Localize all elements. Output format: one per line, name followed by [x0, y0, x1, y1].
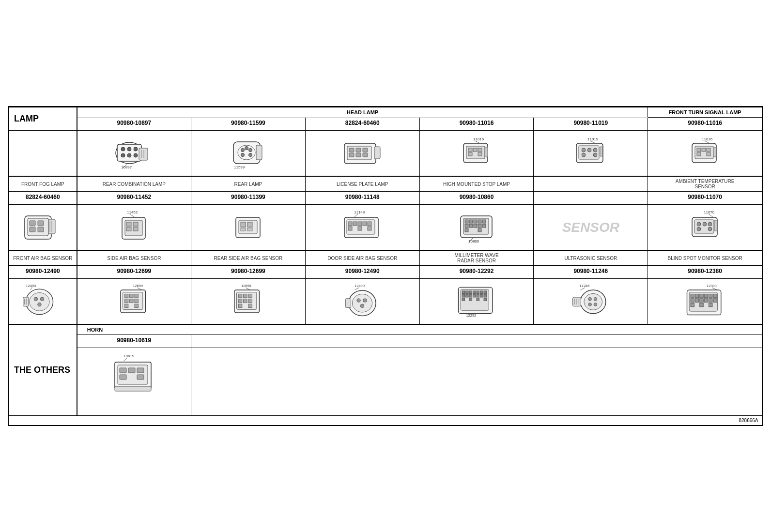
svg-rect-209 — [699, 299, 703, 303]
svg-rect-224 — [137, 375, 144, 380]
part-90980-10897: 90980-10897 — [77, 118, 191, 131]
rear-side-airbag-label: REAR SIDE AIR BAG SENSOR — [191, 250, 306, 266]
svg-rect-107 — [482, 224, 486, 228]
svg-rect-175 — [469, 294, 472, 297]
svg-rect-222 — [137, 368, 144, 373]
svg-rect-65 — [38, 221, 44, 226]
svg-rect-38 — [468, 152, 472, 156]
svg-rect-101 — [478, 220, 481, 223]
connector-svg-12490b: 12490 — [340, 283, 384, 319]
part-90980-11452: 90980-11452 — [77, 192, 191, 205]
empty-others — [191, 335, 762, 348]
svg-text:12292: 12292 — [466, 313, 476, 318]
svg-rect-8 — [139, 148, 148, 160]
part-90980-12699-a: 90980-12699 — [77, 266, 191, 279]
svg-point-45 — [582, 148, 586, 152]
svg-point-117 — [703, 222, 707, 226]
svg-rect-149 — [244, 294, 247, 298]
svg-text:11599: 11599 — [234, 165, 245, 169]
svg-rect-106 — [478, 224, 481, 228]
svg-point-162 — [360, 304, 364, 308]
connector-11599: 11599 — [191, 131, 306, 177]
connector-12490-a: 12490 — [9, 279, 77, 325]
connector-10860: 10860 — [419, 205, 534, 251]
lamp-label: LAMP — [9, 107, 77, 131]
svg-text:12490: 12490 — [26, 284, 36, 288]
svg-rect-212 — [713, 299, 717, 303]
svg-rect-91 — [363, 222, 367, 226]
stop-lamp-label: HIGH MOUNTED STOP LAMP — [419, 176, 534, 192]
svg-rect-99 — [469, 220, 473, 223]
svg-rect-172 — [484, 291, 487, 294]
svg-rect-98 — [465, 220, 468, 223]
svg-point-16 — [245, 147, 248, 150]
rear-lamp-label: REAR LAMP — [191, 176, 306, 192]
part-90980-11016-b: 90980-11016 — [648, 118, 762, 131]
millimeter-wave-label: MILLIMETER WAVERADAR SENSOR — [419, 250, 534, 266]
svg-rect-92 — [368, 222, 371, 226]
front-fog-label: FRONT FOG LAMP — [9, 176, 77, 192]
svg-text:11452: 11452 — [127, 210, 138, 214]
the-others-label: THE OTHERS — [9, 324, 77, 416]
svg-rect-56 — [702, 148, 706, 152]
sensor-watermark: SENSOR — [562, 220, 619, 235]
svg-point-49 — [593, 153, 597, 157]
svg-rect-28 — [356, 153, 361, 157]
svg-rect-36 — [473, 148, 477, 152]
svg-rect-27 — [349, 153, 354, 157]
door-airbag-label: DOOR SIDE AIR BAG SENSOR — [305, 250, 419, 266]
svg-point-159 — [353, 294, 372, 312]
connector-11019: 11019 — [534, 131, 648, 177]
svg-text:12699: 12699 — [133, 284, 143, 288]
side-airbag-label: SIDE AIR BAG SENSOR — [77, 250, 191, 266]
svg-rect-35 — [468, 148, 472, 152]
connector-11016-a: 11016 — [419, 131, 534, 177]
svg-rect-208 — [695, 299, 699, 303]
doc-number: 828666A — [9, 416, 762, 426]
svg-rect-176 — [473, 294, 476, 297]
connector-svg-12490a: 12490 — [21, 283, 64, 319]
svg-rect-57 — [707, 148, 710, 152]
part-90980-10860: 90980-10860 — [419, 192, 534, 205]
svg-point-7 — [134, 153, 138, 157]
svg-rect-58 — [697, 152, 701, 156]
front-airbag-label: FRONT AIR BAG SENSOR — [9, 250, 77, 266]
svg-rect-138 — [135, 294, 139, 298]
svg-point-127 — [41, 297, 45, 301]
svg-rect-168 — [469, 291, 472, 294]
svg-point-5 — [121, 153, 125, 157]
connector-11452: 11452 — [77, 205, 191, 251]
connector-svg-12380: 12380 — [683, 283, 727, 319]
ultrasonic-label: ULTRASONIC SENSOR — [534, 250, 648, 266]
connector-svg-11016a: 11016 — [455, 135, 498, 171]
svg-rect-105 — [474, 224, 477, 228]
license-lamp-label: LICENSE PLATE LAMP — [305, 176, 419, 192]
svg-point-161 — [363, 299, 367, 303]
svg-line-217 — [123, 358, 127, 361]
svg-rect-59 — [707, 152, 710, 156]
connector-12292: 12292 — [419, 279, 534, 325]
part-90980-12490-b: 90980-12490 — [305, 266, 419, 279]
part-90980-12699-b: 90980-12699 — [191, 266, 306, 279]
connector-svg-82824 — [340, 135, 384, 171]
connector-svg-12292: 12292 — [455, 283, 498, 319]
svg-point-4 — [134, 147, 138, 151]
svg-point-192 — [594, 303, 597, 306]
svg-rect-100 — [474, 220, 477, 223]
connector-svg-fog — [21, 209, 64, 245]
svg-rect-115 — [694, 220, 714, 233]
svg-point-2 — [121, 147, 125, 151]
connector-12699-a: 12699 — [77, 279, 191, 325]
svg-point-120 — [708, 227, 712, 231]
svg-point-189 — [588, 297, 592, 301]
svg-rect-55 — [697, 148, 701, 152]
svg-rect-155 — [248, 304, 252, 308]
svg-point-160 — [357, 299, 361, 303]
svg-text:10860: 10860 — [468, 239, 479, 243]
connector-11070: 11070 — [648, 205, 762, 251]
connector-svg-11246: 11246 — [569, 283, 613, 319]
svg-rect-203 — [699, 294, 703, 298]
svg-point-126 — [34, 297, 38, 301]
connector-12490-b: 12490 — [305, 279, 419, 325]
svg-rect-103 — [465, 224, 468, 228]
